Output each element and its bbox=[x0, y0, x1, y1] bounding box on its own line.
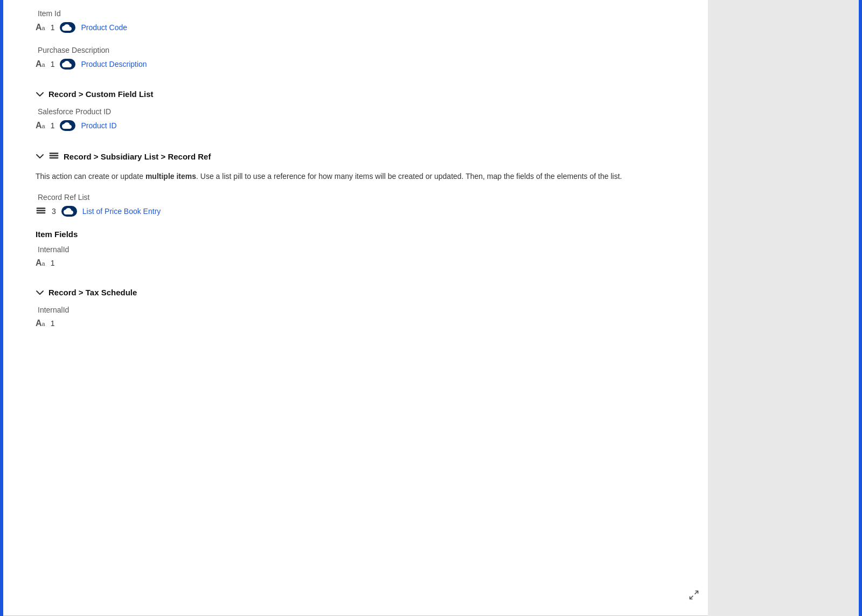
salesforce-badge-3 bbox=[60, 120, 75, 131]
product-code-link[interactable]: Product Code bbox=[81, 23, 127, 32]
svg-line-6 bbox=[695, 591, 698, 594]
cloud-icon-2 bbox=[62, 59, 72, 69]
field-group-purchase-desc: Purchase Description Aa 1 Product Descri… bbox=[36, 46, 676, 70]
chevron-down-icon-3[interactable] bbox=[36, 288, 44, 297]
main-panel: Item Id Aa 1 Product Code Purchase bbox=[3, 0, 708, 616]
svg-rect-3 bbox=[37, 212, 46, 214]
number-badge-5: 1 bbox=[51, 259, 55, 267]
section-subsidiary-list: Record > Subsidiary List > Record Ref Th… bbox=[36, 146, 676, 268]
svg-rect-2 bbox=[50, 153, 59, 154]
field-row-product-code: Aa 1 Product Code bbox=[36, 22, 676, 33]
section-item-id: Item Id Aa 1 Product Code Purchase bbox=[36, 9, 676, 70]
field-group-item-fields: Item Fields InternalId Aa 1 bbox=[36, 230, 676, 268]
field-group-sf-product-id: Salesforce Product ID Aa 1 Product ID bbox=[36, 107, 676, 131]
field-group-record-ref-list: Record Ref List 3 List of Price Book bbox=[36, 193, 676, 217]
section-title-custom-field: Record > Custom Field List bbox=[48, 89, 154, 99]
field-group-item-id: Item Id Aa 1 Product Code bbox=[36, 9, 676, 33]
section-header-custom-field: Record > Custom Field List bbox=[36, 89, 676, 99]
right-panel bbox=[708, 0, 859, 616]
chevron-down-icon[interactable] bbox=[36, 90, 44, 99]
number-badge-2: 1 bbox=[51, 60, 55, 68]
field-label-item-id: Item Id bbox=[36, 9, 676, 18]
field-row-tax-internal-id: Aa 1 bbox=[36, 319, 676, 328]
product-id-link[interactable]: Product ID bbox=[81, 121, 116, 130]
salesforce-badge-2 bbox=[60, 59, 75, 70]
field-row-product-description: Aa 1 Product Description bbox=[36, 59, 676, 70]
svg-rect-4 bbox=[37, 210, 46, 212]
svg-line-7 bbox=[690, 596, 693, 599]
svg-rect-0 bbox=[50, 157, 59, 159]
stack-icon-row bbox=[36, 206, 46, 217]
field-row-product-id: Aa 1 Product ID bbox=[36, 120, 676, 131]
svg-rect-1 bbox=[50, 155, 59, 157]
chevron-down-icon-2[interactable] bbox=[36, 152, 44, 161]
svg-rect-5 bbox=[37, 208, 46, 210]
right-border bbox=[859, 0, 862, 616]
section-header-tax-schedule: Record > Tax Schedule bbox=[36, 288, 676, 297]
price-book-entry-link[interactable]: List of Price Book Entry bbox=[82, 207, 161, 216]
section-custom-field-list: Record > Custom Field List Salesforce Pr… bbox=[36, 85, 676, 131]
field-group-tax-internal-id: InternalId Aa 1 bbox=[36, 306, 676, 328]
number-badge-3: 1 bbox=[51, 121, 55, 130]
stack-icon bbox=[48, 151, 59, 162]
number-badge-6: 1 bbox=[51, 319, 55, 328]
field-row-internal-id: Aa 1 bbox=[36, 258, 676, 268]
type-icon-aa: Aa bbox=[36, 23, 45, 32]
field-row-price-book-entry: 3 List of Price Book Entry bbox=[36, 206, 676, 217]
expand-button[interactable] bbox=[689, 590, 699, 603]
page-wrapper: Item Id Aa 1 Product Code Purchase bbox=[0, 0, 862, 616]
salesforce-badge bbox=[60, 22, 75, 33]
section-description-subsidiary: This action can create or update multipl… bbox=[36, 170, 676, 182]
number-badge-1: 1 bbox=[51, 23, 55, 32]
section-title-tax-schedule: Record > Tax Schedule bbox=[48, 288, 137, 297]
type-icon-aa-2: Aa bbox=[36, 59, 45, 69]
field-label-purchase-desc: Purchase Description bbox=[36, 46, 676, 54]
field-label-tax-internal-id: InternalId bbox=[36, 306, 676, 314]
cloud-icon bbox=[62, 23, 72, 32]
field-label-sf-product-id: Salesforce Product ID bbox=[36, 107, 676, 116]
section-header-subsidiary: Record > Subsidiary List > Record Ref bbox=[36, 151, 676, 162]
cloud-icon-4 bbox=[64, 206, 73, 216]
product-description-link[interactable]: Product Description bbox=[81, 60, 147, 68]
expand-icon bbox=[689, 590, 699, 600]
type-icon-aa-4: Aa bbox=[36, 258, 45, 268]
type-icon-aa-5: Aa bbox=[36, 319, 45, 328]
salesforce-badge-4 bbox=[61, 206, 77, 217]
section-tax-schedule: Record > Tax Schedule InternalId Aa 1 bbox=[36, 283, 676, 328]
type-icon-aa-3: Aa bbox=[36, 121, 45, 130]
cloud-icon-3 bbox=[62, 121, 72, 130]
item-fields-title: Item Fields bbox=[36, 230, 676, 239]
section-title-subsidiary: Record > Subsidiary List > Record Ref bbox=[64, 152, 211, 161]
field-label-internal-id: InternalId bbox=[36, 245, 676, 254]
number-badge-4: 3 bbox=[52, 207, 56, 216]
field-label-record-ref-list: Record Ref List bbox=[36, 193, 676, 202]
